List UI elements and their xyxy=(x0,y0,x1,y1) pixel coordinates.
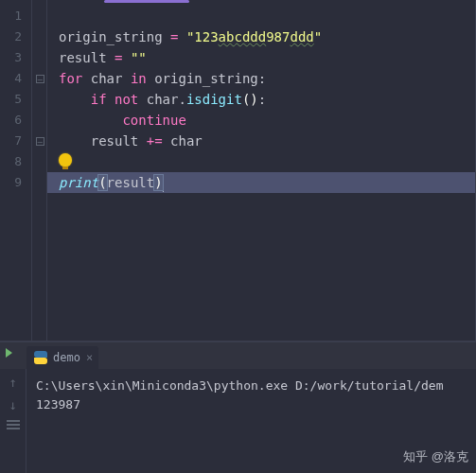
line-number: 9 xyxy=(0,172,31,193)
run-icon[interactable] xyxy=(6,348,12,358)
token: origin_string xyxy=(59,29,170,44)
token: isdigit xyxy=(186,92,242,107)
code-line[interactable]: if not char.isdigit(): xyxy=(47,89,476,110)
fold-toggle-icon[interactable] xyxy=(32,131,46,151)
code-line[interactable]: print(result) xyxy=(47,172,476,193)
terminal-gutter: ↑ ↓ xyxy=(0,369,26,473)
code-line[interactable]: for char in origin_string: xyxy=(47,68,476,89)
terminal-result: 123987 xyxy=(36,397,80,412)
line-number: 3 xyxy=(0,47,31,68)
code-line[interactable] xyxy=(47,151,476,172)
line-number-gutter: 123456789 xyxy=(0,0,32,341)
code-editor[interactable]: 123456789 origin_string = "123abcddd987d… xyxy=(0,0,476,341)
token: "123 xyxy=(186,29,219,44)
arrow-down-icon[interactable]: ↓ xyxy=(9,397,16,412)
token: ) xyxy=(154,175,162,190)
code-line[interactable] xyxy=(47,6,476,26)
line-number: 2 xyxy=(0,26,31,47)
arrow-up-icon[interactable]: ↑ xyxy=(9,375,16,390)
fold-toggle-icon[interactable] xyxy=(32,68,46,89)
token: result xyxy=(91,133,147,149)
watermark: 知乎 @洛克 xyxy=(403,448,468,465)
close-icon[interactable]: × xyxy=(86,351,93,364)
token: origin_string xyxy=(154,71,258,86)
vertical-scrollbar[interactable] xyxy=(467,0,474,341)
token: "" xyxy=(131,50,147,65)
token: = xyxy=(170,29,186,44)
token: 987 xyxy=(266,29,290,44)
terminal-tabs[interactable]: demo × xyxy=(0,342,476,369)
token: in xyxy=(131,71,154,86)
fold-gutter[interactable] xyxy=(32,0,47,341)
intention-bulb-icon[interactable] xyxy=(59,153,72,166)
token: : xyxy=(258,92,266,107)
token: char xyxy=(147,92,179,107)
token: for xyxy=(59,71,91,86)
code-line[interactable]: result += char xyxy=(47,131,476,151)
token: print xyxy=(59,175,98,190)
line-number: 5 xyxy=(0,89,31,110)
token: ddd xyxy=(290,29,313,44)
token: abcddd xyxy=(219,29,267,44)
fold-spacer xyxy=(32,110,46,131)
token: : xyxy=(258,71,266,86)
token: . xyxy=(178,92,185,107)
fold-spacer xyxy=(32,26,46,47)
fold-spacer xyxy=(32,89,46,110)
code-line[interactable]: origin_string = "123abcddd987ddd" xyxy=(47,26,476,47)
code-area[interactable]: origin_string = "123abcddd987ddd"result … xyxy=(47,0,476,341)
line-number: 7 xyxy=(0,131,31,151)
line-number: 8 xyxy=(0,151,31,172)
token: () xyxy=(242,92,258,107)
token: result xyxy=(107,175,155,190)
line-number: 1 xyxy=(0,6,31,26)
terminal-tab-demo[interactable]: demo × xyxy=(26,346,98,369)
fold-spacer xyxy=(32,47,46,68)
fold-spacer xyxy=(32,151,46,172)
code-line[interactable]: continue xyxy=(47,110,476,131)
token: result xyxy=(59,50,115,65)
line-number: 4 xyxy=(0,68,31,89)
token: char xyxy=(91,71,131,86)
token: = xyxy=(115,50,131,65)
line-number: 6 xyxy=(0,110,31,131)
token: += xyxy=(147,133,170,149)
token: " xyxy=(314,29,322,44)
terminal-tab-label: demo xyxy=(53,351,80,364)
terminal-command: C:\Users\xin\Miniconda3\python.exe D:/wo… xyxy=(36,378,443,393)
caret xyxy=(163,175,164,192)
token: ( xyxy=(98,175,106,190)
fold-spacer xyxy=(32,172,46,193)
token: continue xyxy=(122,113,185,128)
python-icon xyxy=(34,351,47,364)
menu-icon[interactable] xyxy=(7,420,20,429)
fold-spacer xyxy=(32,6,46,26)
token: char xyxy=(170,133,203,149)
code-line[interactable]: result = "" xyxy=(47,47,476,68)
token: if not xyxy=(91,92,147,107)
